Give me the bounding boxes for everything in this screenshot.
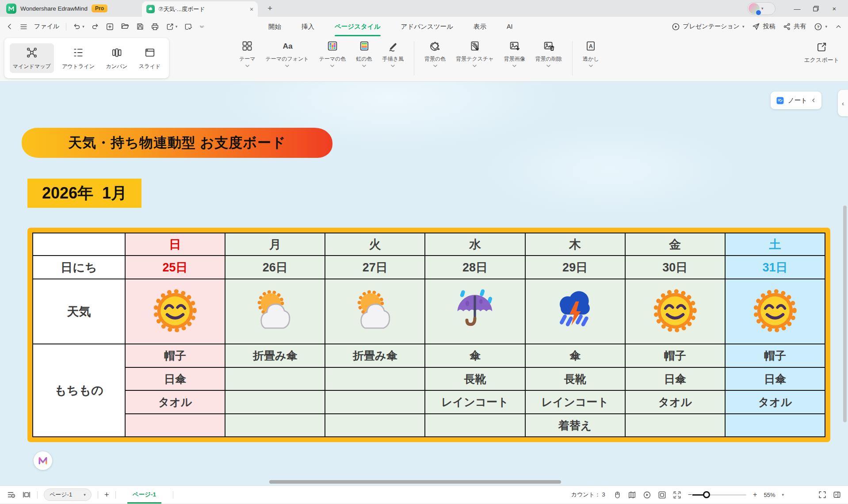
- file-menu[interactable]: ファイル: [34, 23, 59, 31]
- item-cell-25日-4[interactable]: [125, 414, 225, 437]
- tool-bgcolor[interactable]: 背景の色: [424, 40, 446, 67]
- mindmap-canvas[interactable]: ノート ‹ 天気・持ち物連動型 お支度ボード 2026年 1月 日月火水木金土日…: [0, 82, 848, 485]
- menu-tab-1[interactable]: 開始: [268, 17, 281, 36]
- print-icon[interactable]: [151, 23, 159, 31]
- weather-cell-30日[interactable]: [625, 279, 725, 344]
- corner-cell[interactable]: [33, 233, 125, 256]
- autoplay-icon[interactable]: [643, 491, 651, 499]
- tool-themefont[interactable]: Aaテーマのフォント: [266, 40, 309, 67]
- add-page-button[interactable]: +: [104, 490, 109, 500]
- post-button[interactable]: 投稿: [752, 23, 775, 31]
- redo-icon[interactable]: [91, 23, 99, 31]
- right-panel-handle[interactable]: ‹: [838, 90, 848, 116]
- menu-tab-5[interactable]: 表示: [474, 17, 486, 36]
- tool-themecolor[interactable]: テーマの色: [319, 40, 346, 67]
- mouse-mode-icon[interactable]: [614, 491, 621, 499]
- date-cell-28日[interactable]: 28日: [425, 256, 525, 279]
- item-cell-26日-3[interactable]: [225, 390, 325, 414]
- item-cell-27日-1[interactable]: 折畳み傘: [325, 344, 425, 367]
- item-cell-31日-4[interactable]: [725, 414, 825, 437]
- item-cell-30日-3[interactable]: タオル: [625, 390, 725, 414]
- item-cell-26日-2[interactable]: [225, 367, 325, 390]
- map-navigator-icon[interactable]: [628, 491, 636, 499]
- weather-board-frame[interactable]: 日月火水木金土日にち25日26日27日28日29日30日31日天気もちもの帽子折…: [27, 228, 830, 442]
- date-cell-29日[interactable]: 29日: [525, 256, 625, 279]
- tool-rainbow[interactable]: 虹の色: [356, 40, 372, 67]
- tool-theme[interactable]: テーマ: [239, 40, 256, 67]
- new-file-icon[interactable]: [106, 23, 114, 31]
- dow-cell-月[interactable]: 月: [225, 233, 325, 256]
- date-cell-26日[interactable]: 26日: [225, 256, 325, 279]
- date-cell-31日[interactable]: 31日: [725, 256, 825, 279]
- item-cell-29日-2[interactable]: 長靴: [525, 367, 625, 390]
- share-file-button[interactable]: ▾: [166, 23, 178, 31]
- item-cell-28日-1[interactable]: 傘: [425, 344, 525, 367]
- maximize-button[interactable]: [806, 0, 825, 17]
- collapse-toolbar-icon[interactable]: [199, 24, 205, 30]
- item-cell-25日-3[interactable]: タオル: [125, 390, 225, 414]
- date-cell-27日[interactable]: 27日: [325, 256, 425, 279]
- board-title-banner[interactable]: 天気・持ち物連動型 お支度ボード: [22, 128, 332, 158]
- page-tab[interactable]: ページ-1: [122, 486, 167, 504]
- zoom-out-button[interactable]: −: [688, 491, 692, 499]
- help-button[interactable]: ? ▾: [814, 23, 827, 31]
- menu-tab-2[interactable]: 挿入: [302, 17, 314, 36]
- tool-bgtexture[interactable]: 背景テクスチャ: [456, 40, 493, 67]
- weather-cell-31日[interactable]: [725, 279, 825, 344]
- note-panel-button[interactable]: ノート: [771, 92, 821, 109]
- row-label-date[interactable]: 日にち: [33, 256, 125, 279]
- document-tab[interactable]: ⑦天気·...度ボード ×: [142, 1, 258, 17]
- row-label-items[interactable]: もちもの: [33, 344, 125, 437]
- new-tab-button[interactable]: +: [267, 4, 272, 13]
- item-cell-28日-2[interactable]: 長靴: [425, 367, 525, 390]
- import-check-icon[interactable]: [184, 23, 192, 31]
- mode-outline[interactable]: アウトライン: [59, 43, 98, 73]
- item-cell-30日-4[interactable]: [625, 414, 725, 437]
- close-tab-icon[interactable]: ×: [250, 6, 253, 13]
- account-menu[interactable]: ▾: [747, 2, 775, 15]
- open-folder-icon[interactable]: [121, 22, 130, 31]
- dow-cell-火[interactable]: 火: [325, 233, 425, 256]
- vertical-scrollbar[interactable]: [843, 206, 847, 422]
- fullscreen-icon[interactable]: [818, 491, 826, 499]
- item-cell-27日-2[interactable]: [325, 367, 425, 390]
- fit-topic-icon[interactable]: [658, 491, 666, 499]
- item-cell-30日-1[interactable]: 帽子: [625, 344, 725, 367]
- date-cell-25日[interactable]: 25日: [125, 256, 225, 279]
- presentation-button[interactable]: プレゼンテーション ▾: [672, 23, 744, 31]
- item-cell-26日-4[interactable]: [225, 414, 325, 437]
- hamburger-menu-icon[interactable]: [20, 23, 27, 31]
- item-cell-27日-4[interactable]: [325, 414, 425, 437]
- item-cell-31日-3[interactable]: タオル: [725, 390, 825, 414]
- collapse-ribbon-icon[interactable]: [835, 23, 842, 30]
- save-icon[interactable]: [136, 23, 144, 31]
- zoom-in-button[interactable]: +: [753, 491, 757, 499]
- menu-tab-4[interactable]: アドバンスツール: [401, 17, 453, 36]
- dow-cell-日[interactable]: 日: [125, 233, 225, 256]
- item-cell-29日-4[interactable]: 着替え: [525, 414, 625, 437]
- item-cell-28日-3[interactable]: レインコート: [425, 390, 525, 414]
- item-cell-30日-2[interactable]: 日傘: [625, 367, 725, 390]
- item-cell-28日-4[interactable]: [425, 414, 525, 437]
- share-button[interactable]: 共有: [783, 23, 806, 31]
- date-cell-30日[interactable]: 30日: [625, 256, 725, 279]
- mode-kanban[interactable]: カンバン: [103, 43, 130, 73]
- weather-cell-29日[interactable]: [525, 279, 625, 344]
- item-cell-29日-3[interactable]: レインコート: [525, 390, 625, 414]
- fit-window-icon[interactable]: [673, 491, 681, 499]
- dow-cell-土[interactable]: 土: [725, 233, 825, 256]
- month-label-box[interactable]: 2026年 1月: [27, 179, 141, 208]
- item-cell-31日-1[interactable]: 帽子: [725, 344, 825, 367]
- weather-cell-28日[interactable]: [425, 279, 525, 344]
- item-cell-26日-1[interactable]: 折畳み傘: [225, 344, 325, 367]
- weather-cell-26日[interactable]: [225, 279, 325, 344]
- zoom-slider[interactable]: [699, 494, 746, 496]
- item-cell-29日-1[interactable]: 傘: [525, 344, 625, 367]
- menu-tab-6[interactable]: AI: [507, 17, 513, 36]
- mode-mindmap[interactable]: マインドマップ: [10, 43, 54, 73]
- back-icon[interactable]: [6, 23, 13, 30]
- minimize-button[interactable]: —: [788, 0, 806, 17]
- weather-cell-25日[interactable]: [125, 279, 225, 344]
- dow-cell-金[interactable]: 金: [625, 233, 725, 256]
- item-cell-31日-2[interactable]: 日傘: [725, 367, 825, 390]
